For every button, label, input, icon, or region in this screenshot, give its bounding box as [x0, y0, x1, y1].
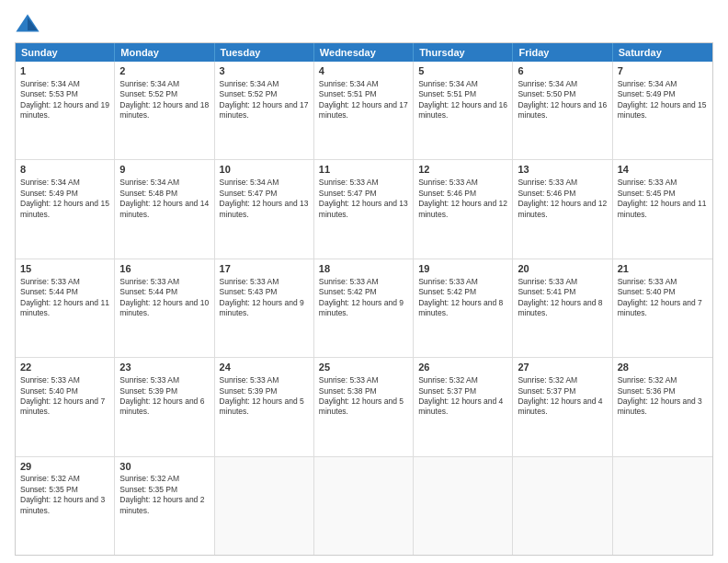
day-cell-2: 2Sunrise: 5:34 AMSunset: 5:52 PMDaylight…: [115, 62, 214, 159]
sunrise-text: Sunrise: 5:32 AM: [618, 375, 677, 385]
week-row-3: 15Sunrise: 5:33 AMSunset: 5:44 PMDayligh…: [16, 259, 712, 358]
sunrise-text: Sunrise: 5:34 AM: [220, 178, 279, 187]
daylight-text: Daylight: 12 hours and 16 minutes.: [518, 100, 607, 120]
day-number: 3: [220, 64, 309, 78]
sunrise-text: Sunrise: 5:33 AM: [319, 178, 379, 187]
sunrise-text: Sunrise: 5:33 AM: [518, 277, 577, 286]
sunrise-text: Sunrise: 5:32 AM: [518, 375, 577, 385]
day-number: 6: [518, 64, 607, 78]
sunset-text: Sunset: 5:47 PM: [220, 189, 278, 198]
sunset-text: Sunset: 5:40 PM: [618, 287, 676, 296]
day-number: 2: [119, 64, 209, 78]
day-header-thursday: Thursday: [414, 43, 513, 62]
empty-cell: [414, 457, 513, 555]
sunset-text: Sunset: 5:48 PM: [119, 189, 177, 198]
sunset-text: Sunset: 5:52 PM: [119, 89, 177, 98]
sunrise-text: Sunrise: 5:33 AM: [618, 277, 677, 286]
day-cell-7: 7Sunrise: 5:34 AMSunset: 5:49 PMDaylight…: [613, 62, 712, 159]
sunset-text: Sunset: 5:51 PM: [418, 89, 476, 98]
day-number: 7: [618, 64, 708, 78]
daylight-text: Daylight: 12 hours and 17 minutes.: [319, 100, 408, 120]
daylight-text: Daylight: 12 hours and 14 minutes.: [119, 199, 209, 218]
week-row-2: 8Sunrise: 5:34 AMSunset: 5:49 PMDaylight…: [16, 160, 712, 259]
day-cell-18: 18Sunrise: 5:33 AMSunset: 5:42 PMDayligh…: [314, 259, 414, 357]
day-cell-19: 19Sunrise: 5:33 AMSunset: 5:42 PMDayligh…: [414, 259, 513, 357]
sunrise-text: Sunrise: 5:32 AM: [418, 375, 478, 385]
day-number: 14: [618, 163, 708, 177]
day-number: 20: [518, 262, 607, 276]
day-number: 13: [518, 163, 607, 177]
sunset-text: Sunset: 5:39 PM: [119, 386, 177, 396]
sunrise-text: Sunrise: 5:33 AM: [518, 178, 577, 187]
daylight-text: Daylight: 12 hours and 7 minutes.: [20, 396, 105, 416]
daylight-text: Daylight: 12 hours and 10 minutes.: [119, 298, 209, 317]
sunset-text: Sunset: 5:46 PM: [518, 189, 575, 198]
day-number: 19: [418, 262, 507, 276]
day-header-monday: Monday: [115, 43, 214, 62]
daylight-text: Daylight: 12 hours and 8 minutes.: [418, 298, 503, 317]
sunset-text: Sunset: 5:53 PM: [20, 89, 78, 98]
sunrise-text: Sunrise: 5:34 AM: [119, 79, 179, 88]
day-cell-30: 30Sunrise: 5:32 AMSunset: 5:35 PMDayligh…: [115, 457, 214, 555]
day-cell-26: 26Sunrise: 5:32 AMSunset: 5:37 PMDayligh…: [414, 358, 513, 455]
daylight-text: Daylight: 12 hours and 17 minutes.: [220, 100, 309, 120]
day-cell-15: 15Sunrise: 5:33 AMSunset: 5:44 PMDayligh…: [16, 259, 115, 357]
sunrise-text: Sunrise: 5:34 AM: [518, 79, 577, 88]
sunrise-text: Sunrise: 5:33 AM: [618, 178, 677, 187]
sunset-text: Sunset: 5:46 PM: [418, 189, 476, 198]
daylight-text: Daylight: 12 hours and 3 minutes.: [618, 396, 702, 416]
daylight-text: Daylight: 12 hours and 11 minutes.: [20, 298, 109, 317]
daylight-text: Daylight: 12 hours and 3 minutes.: [20, 495, 105, 514]
day-header-sunday: Sunday: [16, 43, 115, 62]
sunset-text: Sunset: 5:51 PM: [319, 89, 377, 98]
day-number: 26: [418, 361, 507, 374]
day-cell-22: 22Sunrise: 5:33 AMSunset: 5:40 PMDayligh…: [16, 358, 115, 455]
sunrise-text: Sunrise: 5:33 AM: [220, 277, 279, 286]
sunset-text: Sunset: 5:42 PM: [319, 287, 377, 296]
sunrise-text: Sunrise: 5:33 AM: [220, 375, 279, 385]
day-cell-12: 12Sunrise: 5:33 AMSunset: 5:46 PMDayligh…: [414, 160, 513, 258]
day-cell-24: 24Sunrise: 5:33 AMSunset: 5:39 PMDayligh…: [215, 358, 314, 455]
day-cell-28: 28Sunrise: 5:32 AMSunset: 5:36 PMDayligh…: [613, 358, 712, 455]
daylight-text: Daylight: 12 hours and 5 minutes.: [220, 396, 304, 416]
daylight-text: Daylight: 12 hours and 4 minutes.: [418, 396, 503, 416]
day-cell-13: 13Sunrise: 5:33 AMSunset: 5:46 PMDayligh…: [513, 160, 612, 258]
sunrise-text: Sunrise: 5:33 AM: [119, 277, 179, 286]
day-number: 4: [319, 64, 408, 78]
day-cell-20: 20Sunrise: 5:33 AMSunset: 5:41 PMDayligh…: [513, 259, 612, 357]
day-cell-6: 6Sunrise: 5:34 AMSunset: 5:50 PMDaylight…: [513, 62, 612, 159]
sunset-text: Sunset: 5:50 PM: [518, 89, 575, 98]
day-number: 11: [319, 163, 408, 177]
sunset-text: Sunset: 5:49 PM: [618, 89, 676, 98]
daylight-text: Daylight: 12 hours and 15 minutes.: [20, 199, 109, 218]
sunset-text: Sunset: 5:49 PM: [20, 189, 78, 198]
day-cell-17: 17Sunrise: 5:33 AMSunset: 5:43 PMDayligh…: [215, 259, 314, 357]
empty-cell: [314, 457, 414, 555]
sunset-text: Sunset: 5:43 PM: [220, 287, 278, 296]
sunrise-text: Sunrise: 5:33 AM: [20, 277, 80, 286]
day-cell-10: 10Sunrise: 5:34 AMSunset: 5:47 PMDayligh…: [215, 160, 314, 258]
day-number: 18: [319, 262, 408, 276]
sunrise-text: Sunrise: 5:32 AM: [20, 474, 80, 483]
day-cell-14: 14Sunrise: 5:33 AMSunset: 5:45 PMDayligh…: [613, 160, 712, 258]
sunset-text: Sunset: 5:44 PM: [119, 287, 177, 296]
sunset-text: Sunset: 5:42 PM: [418, 287, 476, 296]
daylight-text: Daylight: 12 hours and 13 minutes.: [319, 199, 408, 218]
logo: [15, 11, 44, 37]
day-cell-4: 4Sunrise: 5:34 AMSunset: 5:51 PMDaylight…: [314, 62, 414, 159]
sunrise-text: Sunrise: 5:34 AM: [119, 178, 179, 187]
day-number: 16: [119, 262, 209, 276]
day-header-tuesday: Tuesday: [215, 43, 314, 62]
day-cell-29: 29Sunrise: 5:32 AMSunset: 5:35 PMDayligh…: [16, 457, 115, 555]
sunrise-text: Sunrise: 5:34 AM: [418, 79, 478, 88]
day-cell-5: 5Sunrise: 5:34 AMSunset: 5:51 PMDaylight…: [414, 62, 513, 159]
daylight-text: Daylight: 12 hours and 8 minutes.: [518, 298, 602, 317]
daylight-text: Daylight: 12 hours and 18 minutes.: [119, 100, 209, 120]
daylight-text: Daylight: 12 hours and 11 minutes.: [618, 199, 707, 218]
sunrise-text: Sunrise: 5:34 AM: [20, 178, 80, 187]
day-number: 12: [418, 163, 507, 177]
week-row-4: 22Sunrise: 5:33 AMSunset: 5:40 PMDayligh…: [16, 358, 712, 456]
day-number: 25: [319, 361, 408, 374]
daylight-text: Daylight: 12 hours and 12 minutes.: [518, 199, 607, 218]
sunset-text: Sunset: 5:37 PM: [518, 386, 575, 396]
